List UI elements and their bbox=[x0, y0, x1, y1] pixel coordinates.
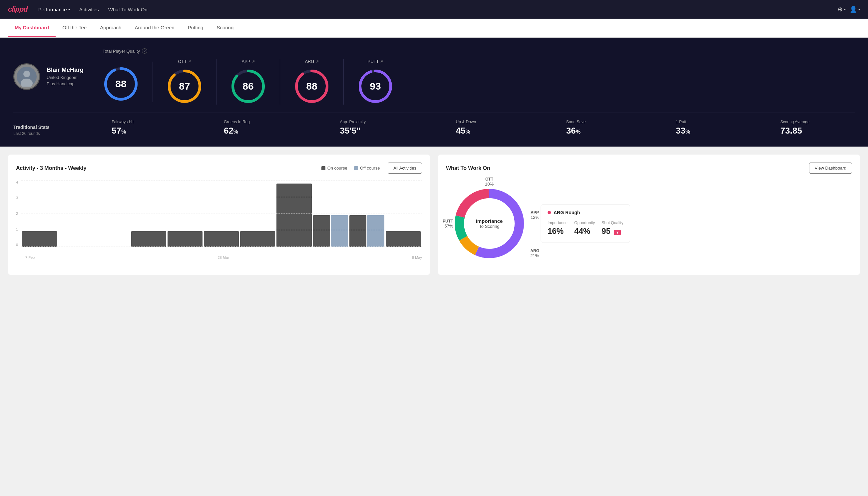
bar-group-8 bbox=[313, 215, 348, 247]
off-course-dot bbox=[354, 166, 358, 170]
nav-links: Performance ▾ Activities What To Work On bbox=[38, 7, 147, 12]
tab-approach[interactable]: Approach bbox=[93, 19, 128, 37]
x-tick-feb: 7 Feb bbox=[25, 255, 35, 260]
player-info: Blair McHarg United Kingdom Plus Handica… bbox=[13, 63, 86, 90]
player-name: Blair McHarg bbox=[47, 67, 84, 74]
circle-putt-label: PUTT ↗ bbox=[368, 59, 383, 64]
view-dashboard-button[interactable]: View Dashboard bbox=[809, 162, 852, 173]
bar-group-4 bbox=[168, 231, 203, 247]
hero-top: Blair McHarg United Kingdom Plus Handica… bbox=[13, 48, 855, 105]
bar-on-course bbox=[168, 231, 203, 247]
wtwo-body: Importance To Scoring PUTT 57% OTT 10% bbox=[446, 180, 852, 267]
ring-arg: 88 bbox=[294, 68, 330, 105]
arg-metrics: Importance 16% Opportunity 44% Shot Qual… bbox=[548, 220, 623, 236]
y-tick-2: 2 bbox=[16, 212, 18, 216]
arrow-icon: ↗ bbox=[380, 59, 383, 64]
donut-chart-container: Importance To Scoring PUTT 57% OTT 10% bbox=[446, 180, 533, 267]
circle-app-label: APP ↗ bbox=[241, 59, 254, 64]
add-button[interactable]: ⊕ ▾ bbox=[838, 6, 846, 13]
bar-on-course bbox=[204, 231, 239, 247]
user-icon: 👤 bbox=[850, 6, 857, 13]
stat-fairways-hit: Fairways Hit 57% bbox=[112, 120, 133, 136]
tab-scoring[interactable]: Scoring bbox=[210, 19, 240, 37]
on-course-dot bbox=[321, 166, 326, 170]
nav-performance[interactable]: Performance ▾ bbox=[38, 7, 70, 12]
stat-app-proximity: App. Proximity 35'5" bbox=[340, 120, 366, 136]
bars-container bbox=[21, 180, 422, 247]
stat-scoring-average: Scoring Average 73.85 bbox=[780, 120, 810, 136]
ring-total-value: 88 bbox=[115, 78, 126, 90]
stats-row: Traditional Stats Last 20 rounds Fairway… bbox=[13, 113, 855, 136]
wtwo-title: What To Work On bbox=[446, 165, 809, 171]
bar-group-6 bbox=[240, 231, 275, 247]
donut-center-sub: To Scoring bbox=[476, 224, 503, 229]
player-country: United Kingdom bbox=[47, 75, 84, 80]
arg-dot bbox=[548, 211, 551, 214]
avatar bbox=[13, 63, 40, 90]
stats-list: Fairways Hit 57% Greens In Reg 62% App. … bbox=[67, 120, 855, 136]
bar-group-0 bbox=[22, 231, 57, 247]
tab-putting[interactable]: Putting bbox=[181, 19, 210, 37]
y-axis: 0 1 2 3 4 bbox=[16, 180, 18, 247]
arrow-icon: ↗ bbox=[316, 59, 319, 64]
x-tick-may: 9 May bbox=[412, 255, 422, 260]
donut-label-putt: PUTT 57% bbox=[443, 219, 453, 229]
player-handicap: Plus Handicap bbox=[47, 81, 84, 86]
chevron-down-icon: ▾ bbox=[858, 7, 860, 11]
ring-putt: 93 bbox=[357, 68, 394, 105]
bar-group-7 bbox=[277, 184, 312, 247]
chevron-down-icon: ▾ bbox=[844, 7, 846, 11]
bar-group-1 bbox=[58, 247, 93, 247]
chevron-down-icon: ▾ bbox=[68, 7, 70, 11]
stat-1-putt: 1 Putt 33% bbox=[676, 120, 690, 136]
bar-on-course bbox=[277, 184, 312, 247]
legend-on-course: On course bbox=[321, 166, 347, 171]
arrow-icon: ↗ bbox=[252, 59, 255, 64]
plus-icon: ⊕ bbox=[838, 6, 843, 13]
arg-metric-shot-quality: Shot Quality 95 ▼ bbox=[601, 220, 623, 236]
circle-app: APP ↗ 86 bbox=[217, 59, 280, 105]
bar-on-course bbox=[240, 231, 275, 247]
donut-label-app: APP 12% bbox=[531, 210, 539, 220]
stat-greens-in-reg: Greens In Reg 62% bbox=[224, 120, 250, 136]
donut-area: Importance To Scoring PUTT 57% OTT 10% bbox=[446, 180, 533, 267]
arrow-icon: ↗ bbox=[188, 59, 191, 64]
arg-metric-importance: Importance 16% bbox=[548, 220, 568, 236]
nav-right: ⊕ ▾ 👤 ▾ bbox=[838, 6, 860, 13]
ring-app: 86 bbox=[230, 68, 267, 105]
traditional-stats-label: Traditional Stats Last 20 rounds bbox=[13, 125, 67, 136]
nav-what-to-work-on[interactable]: What To Work On bbox=[108, 7, 147, 12]
player-details: Blair McHarg United Kingdom Plus Handica… bbox=[47, 67, 84, 86]
ring-arg-value: 88 bbox=[306, 81, 317, 92]
bar-on-course bbox=[386, 231, 421, 247]
bar-group-9 bbox=[349, 215, 384, 247]
tab-around-the-green[interactable]: Around the Green bbox=[128, 19, 181, 37]
tab-my-dashboard[interactable]: My Dashboard bbox=[8, 19, 56, 37]
circle-arg-label: ARG ↗ bbox=[305, 59, 318, 64]
svg-point-1 bbox=[23, 71, 30, 77]
avatar-image bbox=[17, 67, 37, 87]
info-icon[interactable]: ? bbox=[142, 48, 147, 53]
top-nav: clippd Performance ▾ Activities What To … bbox=[0, 0, 868, 19]
donut-center: Importance To Scoring bbox=[476, 218, 503, 229]
down-badge: ▼ bbox=[614, 230, 621, 235]
circle-ott-label: OTT ↗ bbox=[178, 59, 191, 64]
legend-off-course: Off course bbox=[354, 166, 380, 171]
nav-activities[interactable]: Activities bbox=[79, 7, 99, 12]
y-tick-0: 0 bbox=[16, 243, 18, 247]
x-tick-mar: 28 Mar bbox=[218, 255, 229, 260]
chart-legend: On course Off course bbox=[321, 166, 380, 171]
tpq-label: Total Player Quality ? bbox=[102, 48, 855, 53]
hero-section: Blair McHarg United Kingdom Plus Handica… bbox=[0, 37, 868, 146]
all-activities-button[interactable]: All Activities bbox=[388, 162, 422, 173]
activity-chart-card: Activity - 3 Months - Weekly On course O… bbox=[8, 155, 430, 275]
circle-putt: PUTT ↗ 93 bbox=[344, 59, 407, 105]
tpq-section: Total Player Quality ? 88 bbox=[102, 48, 855, 105]
arg-detail-card: ARG Rough Importance 16% Opportunity 44%… bbox=[541, 204, 630, 243]
bar-off-course bbox=[367, 215, 384, 247]
main-content: Activity - 3 Months - Weekly On course O… bbox=[0, 146, 868, 283]
ring-ott: 87 bbox=[166, 68, 203, 105]
y-tick-1: 1 bbox=[16, 227, 18, 231]
user-menu-button[interactable]: 👤 ▾ bbox=[850, 6, 860, 13]
tab-off-the-tee[interactable]: Off the Tee bbox=[56, 19, 93, 37]
